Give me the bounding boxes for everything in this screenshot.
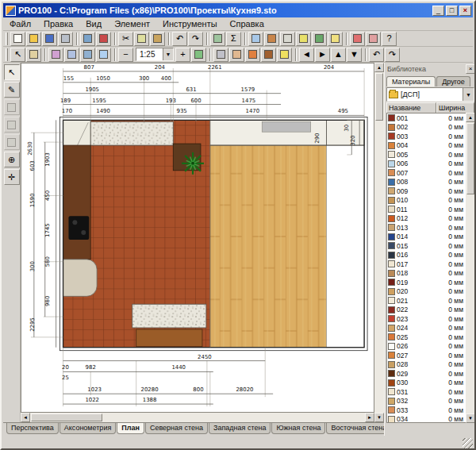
library-close-button[interactable]: ×: [466, 64, 475, 74]
move-down-button[interactable]: ▼: [347, 48, 362, 62]
move-up-button[interactable]: ▲: [331, 48, 346, 62]
folder-dropdown-arrow-icon[interactable]: ▼: [463, 88, 474, 101]
material-row[interactable]: 0310 мм: [387, 387, 466, 397]
menu-view[interactable]: Вид: [79, 18, 108, 29]
scroll-up-icon[interactable]: ▲: [466, 113, 475, 122]
material-row[interactable]: 0270 мм: [387, 351, 466, 360]
colors-button[interactable]: [245, 48, 260, 62]
element-tool-button[interactable]: [4, 117, 20, 133]
minimize-button[interactable]: _: [432, 6, 444, 16]
zoom-tool-button[interactable]: ⊕: [4, 152, 20, 167]
wireframe-button[interactable]: [213, 48, 228, 62]
material-row[interactable]: 0330 мм: [387, 406, 466, 415]
zoom-out-button[interactable]: −: [118, 48, 133, 62]
canvas-vertical-scrollbar[interactable]: ▲ ▼: [374, 63, 384, 422]
show-textures-button[interactable]: [312, 32, 327, 46]
material-row[interactable]: 0030 мм: [387, 132, 466, 141]
left-counter[interactable]: [63, 145, 91, 260]
scroll-right-icon[interactable]: ►: [365, 413, 374, 422]
material-row[interactable]: 0170 мм: [387, 260, 466, 269]
menu-tools[interactable]: Инструменты: [156, 18, 224, 29]
tab-axonometry[interactable]: Аксонометрия: [60, 423, 117, 434]
scroll-down-icon[interactable]: ▼: [466, 413, 475, 423]
menu-help[interactable]: Справка: [224, 18, 271, 29]
menu-file[interactable]: Файл: [3, 18, 37, 29]
scroll-down-icon[interactable]: ▼: [374, 413, 384, 422]
material-row[interactable]: 0220 мм: [387, 306, 466, 315]
move-right-button[interactable]: ►: [315, 48, 330, 62]
show-dimensions-button[interactable]: [296, 32, 311, 46]
material-folder-select[interactable]: [ДСП] ▼: [386, 87, 474, 102]
plant-icon[interactable]: [182, 152, 204, 175]
table[interactable]: [136, 329, 202, 347]
zoom-in-button[interactable]: +: [175, 48, 190, 62]
material-row[interactable]: 0280 мм: [387, 360, 466, 370]
show-floor-button[interactable]: [264, 32, 279, 46]
zoom-window-button[interactable]: [191, 48, 206, 62]
tab-perspective[interactable]: Перспектива: [6, 423, 59, 434]
drawing-canvas[interactable]: 8072042261204155105030040019056311579189…: [21, 63, 374, 413]
material-row[interactable]: 0210 мм: [387, 296, 466, 306]
undo-button[interactable]: ↶: [172, 32, 187, 46]
perspective-view-button[interactable]: [48, 48, 63, 62]
help-button[interactable]: ?: [382, 32, 397, 46]
rotate-left-button[interactable]: ↶: [369, 48, 384, 62]
group-button[interactable]: [210, 32, 225, 46]
textures-button[interactable]: [261, 48, 276, 62]
tab-south-wall[interactable]: Южная стена: [271, 423, 325, 434]
toolbar-grip[interactable]: [6, 33, 8, 45]
redo-button[interactable]: ↷: [188, 32, 203, 46]
material-row[interactable]: 0140 мм: [387, 233, 466, 242]
bench[interactable]: [132, 304, 206, 328]
rotate-right-button[interactable]: ↷: [385, 48, 400, 62]
material-row[interactable]: 0130 мм: [387, 223, 466, 233]
material-row[interactable]: 0240 мм: [387, 324, 466, 333]
material-row[interactable]: 0230 мм: [387, 314, 466, 324]
material-row[interactable]: 0290 мм: [387, 369, 466, 379]
move-left-button[interactable]: ◄: [299, 48, 314, 62]
scrollbar-thumb[interactable]: [466, 123, 474, 194]
plan-view-button[interactable]: [80, 48, 95, 62]
print-button[interactable]: [58, 32, 73, 46]
material-row[interactable]: 0110 мм: [387, 205, 466, 214]
tab-east-wall[interactable]: Восточная стена: [326, 423, 391, 434]
material-row[interactable]: 0260 мм: [387, 342, 466, 352]
material-row[interactable]: 0040 мм: [387, 141, 466, 151]
scroll-up-icon[interactable]: ▲: [374, 63, 384, 72]
wood-floor[interactable]: [210, 120, 327, 347]
copy-button[interactable]: [134, 32, 149, 46]
render-button[interactable]: [96, 32, 111, 46]
tab-west-wall[interactable]: Западная стена: [209, 423, 271, 434]
open-file-button[interactable]: [26, 32, 41, 46]
material-row[interactable]: 0100 мм: [387, 196, 466, 206]
material-row[interactable]: 0090 мм: [387, 187, 466, 196]
library-tab-other[interactable]: Другое: [436, 76, 470, 87]
price-list-button[interactable]: Σ: [226, 32, 241, 46]
material-row[interactable]: 0340 мм: [387, 415, 466, 424]
pencil-tool-button[interactable]: ✎: [4, 82, 20, 98]
sink-cabinet[interactable]: [63, 260, 98, 297]
material-row[interactable]: 0300 мм: [387, 379, 466, 388]
select-tool-button[interactable]: ↖: [4, 64, 20, 80]
pan-tool-button[interactable]: ✛: [4, 169, 20, 185]
cooktop[interactable]: [68, 216, 89, 240]
material-fill-button[interactable]: [350, 32, 365, 46]
right-cabinet[interactable]: [327, 120, 365, 145]
paste-button[interactable]: [150, 32, 165, 46]
scrollbar-thumb[interactable]: [375, 73, 383, 121]
cut-button[interactable]: ✂: [118, 32, 133, 46]
material-row[interactable]: 0060 мм: [387, 160, 466, 169]
material-row[interactable]: 0200 мм: [387, 287, 466, 297]
text-tool-button[interactable]: [4, 134, 20, 150]
material-row[interactable]: 0180 мм: [387, 269, 466, 279]
save-button[interactable]: [42, 32, 57, 46]
wall-tool-button[interactable]: [4, 99, 20, 115]
print-preview-button[interactable]: [80, 32, 95, 46]
canvas-horizontal-scrollbar[interactable]: ◄ ►: [21, 413, 374, 422]
axonometry-view-button[interactable]: [64, 48, 79, 62]
maximize-button[interactable]: □: [446, 6, 458, 16]
menu-edit[interactable]: Правка: [37, 18, 79, 29]
material-row[interactable]: 0080 мм: [387, 178, 466, 187]
wall-view-button[interactable]: [96, 48, 111, 62]
material-row[interactable]: 0320 мм: [387, 397, 466, 406]
